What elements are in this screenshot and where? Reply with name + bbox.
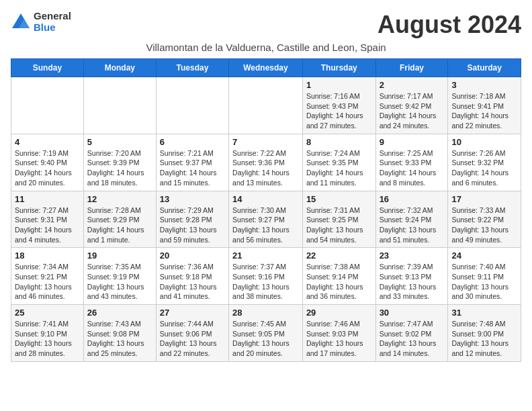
column-header-sunday: Sunday xyxy=(11,59,84,77)
calendar-cell xyxy=(156,77,228,134)
column-header-wednesday: Wednesday xyxy=(229,59,303,77)
day-number: 17 xyxy=(451,194,517,204)
day-number: 18 xyxy=(15,250,80,261)
calendar-cell: 9Sunrise: 7:25 AMSunset: 9:33 PMDaylight… xyxy=(375,134,448,191)
calendar-cell: 1Sunrise: 7:16 AMSunset: 9:43 PMDaylight… xyxy=(302,77,375,134)
day-number: 19 xyxy=(87,250,152,261)
calendar-cell: 25Sunrise: 7:41 AMSunset: 9:10 PMDayligh… xyxy=(11,305,84,362)
day-detail: Sunrise: 7:18 AMSunset: 9:41 PMDaylight:… xyxy=(451,91,517,131)
day-number: 13 xyxy=(160,194,225,204)
calendar-cell: 27Sunrise: 7:44 AMSunset: 9:06 PMDayligh… xyxy=(156,305,228,362)
day-detail: Sunrise: 7:25 AMSunset: 9:33 PMDaylight:… xyxy=(380,148,445,188)
day-detail: Sunrise: 7:31 AMSunset: 9:25 PMDaylight:… xyxy=(306,205,372,245)
day-detail: Sunrise: 7:28 AMSunset: 9:29 PMDaylight:… xyxy=(87,205,152,245)
calendar-cell: 23Sunrise: 7:39 AMSunset: 9:13 PMDayligh… xyxy=(375,248,448,305)
calendar-cell: 3Sunrise: 7:18 AMSunset: 9:41 PMDaylight… xyxy=(448,77,521,134)
calendar-cell: 7Sunrise: 7:22 AMSunset: 9:36 PMDaylight… xyxy=(229,134,303,191)
column-header-friday: Friday xyxy=(375,59,448,77)
calendar-cell: 10Sunrise: 7:26 AMSunset: 9:32 PMDayligh… xyxy=(448,134,521,191)
day-number: 5 xyxy=(87,137,152,147)
logo-text: General Blue xyxy=(34,11,71,33)
calendar-cell: 8Sunrise: 7:24 AMSunset: 9:35 PMDaylight… xyxy=(302,134,375,191)
month-title: August 2024 xyxy=(378,11,521,39)
day-detail: Sunrise: 7:26 AMSunset: 9:32 PMDaylight:… xyxy=(451,148,517,188)
calendar-header-row: SundayMondayTuesdayWednesdayThursdayFrid… xyxy=(11,59,521,77)
day-number: 6 xyxy=(160,137,225,147)
day-number: 24 xyxy=(451,250,517,261)
day-number: 22 xyxy=(306,250,372,261)
day-number: 11 xyxy=(15,194,80,204)
day-detail: Sunrise: 7:22 AMSunset: 9:36 PMDaylight:… xyxy=(232,148,299,188)
calendar-cell: 21Sunrise: 7:37 AMSunset: 9:16 PMDayligh… xyxy=(229,248,303,305)
day-number: 8 xyxy=(306,137,372,147)
day-number: 25 xyxy=(15,308,80,318)
day-number: 9 xyxy=(380,137,445,147)
page-header: General Blue August 2024 xyxy=(11,11,521,39)
day-number: 31 xyxy=(451,308,517,318)
calendar-cell: 20Sunrise: 7:36 AMSunset: 9:18 PMDayligh… xyxy=(156,248,228,305)
day-detail: Sunrise: 7:19 AMSunset: 9:40 PMDaylight:… xyxy=(15,148,80,188)
calendar-table: SundayMondayTuesdayWednesdayThursdayFrid… xyxy=(11,58,521,362)
day-detail: Sunrise: 7:17 AMSunset: 9:42 PMDaylight:… xyxy=(380,91,445,131)
calendar-cell: 12Sunrise: 7:28 AMSunset: 9:29 PMDayligh… xyxy=(83,191,156,248)
day-number: 30 xyxy=(380,308,445,318)
day-number: 16 xyxy=(380,194,445,204)
column-header-tuesday: Tuesday xyxy=(156,59,228,77)
day-detail: Sunrise: 7:32 AMSunset: 9:24 PMDaylight:… xyxy=(380,205,445,245)
day-detail: Sunrise: 7:29 AMSunset: 9:28 PMDaylight:… xyxy=(160,205,225,245)
day-number: 1 xyxy=(306,80,372,90)
calendar-cell: 15Sunrise: 7:31 AMSunset: 9:25 PMDayligh… xyxy=(302,191,375,248)
calendar-week-4: 18Sunrise: 7:34 AMSunset: 9:21 PMDayligh… xyxy=(11,248,521,305)
logo-blue: Blue xyxy=(34,22,71,34)
calendar-cell xyxy=(229,77,303,134)
calendar-week-5: 25Sunrise: 7:41 AMSunset: 9:10 PMDayligh… xyxy=(11,305,521,362)
calendar-cell: 28Sunrise: 7:45 AMSunset: 9:05 PMDayligh… xyxy=(229,305,303,362)
calendar-cell: 4Sunrise: 7:19 AMSunset: 9:40 PMDaylight… xyxy=(11,134,84,191)
calendar-cell: 6Sunrise: 7:21 AMSunset: 9:37 PMDaylight… xyxy=(156,134,228,191)
calendar-cell: 18Sunrise: 7:34 AMSunset: 9:21 PMDayligh… xyxy=(11,248,84,305)
calendar-cell: 2Sunrise: 7:17 AMSunset: 9:42 PMDaylight… xyxy=(375,77,448,134)
day-detail: Sunrise: 7:44 AMSunset: 9:06 PMDaylight:… xyxy=(160,319,225,359)
page-subtitle: Villamontan de la Valduerna, Castille an… xyxy=(11,42,521,53)
day-number: 12 xyxy=(87,194,152,204)
day-number: 3 xyxy=(451,80,517,90)
day-detail: Sunrise: 7:43 AMSunset: 9:08 PMDaylight:… xyxy=(87,319,152,359)
day-number: 10 xyxy=(451,137,517,147)
calendar-cell: 11Sunrise: 7:27 AMSunset: 9:31 PMDayligh… xyxy=(11,191,84,248)
day-number: 14 xyxy=(232,194,299,204)
column-header-saturday: Saturday xyxy=(448,59,521,77)
calendar-cell: 19Sunrise: 7:35 AMSunset: 9:19 PMDayligh… xyxy=(83,248,156,305)
day-number: 20 xyxy=(160,250,225,261)
logo: General Blue xyxy=(11,11,71,33)
logo-icon xyxy=(11,12,31,32)
day-detail: Sunrise: 7:46 AMSunset: 9:03 PMDaylight:… xyxy=(306,319,372,359)
day-detail: Sunrise: 7:34 AMSunset: 9:21 PMDaylight:… xyxy=(15,262,80,302)
calendar-cell: 13Sunrise: 7:29 AMSunset: 9:28 PMDayligh… xyxy=(156,191,228,248)
day-detail: Sunrise: 7:45 AMSunset: 9:05 PMDaylight:… xyxy=(232,319,299,359)
day-detail: Sunrise: 7:47 AMSunset: 9:02 PMDaylight:… xyxy=(380,319,445,359)
day-detail: Sunrise: 7:39 AMSunset: 9:13 PMDaylight:… xyxy=(380,262,445,302)
day-detail: Sunrise: 7:35 AMSunset: 9:19 PMDaylight:… xyxy=(87,262,152,302)
day-detail: Sunrise: 7:40 AMSunset: 9:11 PMDaylight:… xyxy=(451,262,517,302)
day-detail: Sunrise: 7:48 AMSunset: 9:00 PMDaylight:… xyxy=(451,319,517,359)
day-number: 26 xyxy=(87,308,152,318)
calendar-cell xyxy=(11,77,84,134)
calendar-cell: 22Sunrise: 7:38 AMSunset: 9:14 PMDayligh… xyxy=(302,248,375,305)
calendar-cell: 17Sunrise: 7:33 AMSunset: 9:22 PMDayligh… xyxy=(448,191,521,248)
calendar-cell: 31Sunrise: 7:48 AMSunset: 9:00 PMDayligh… xyxy=(448,305,521,362)
day-detail: Sunrise: 7:16 AMSunset: 9:43 PMDaylight:… xyxy=(306,91,372,131)
day-detail: Sunrise: 7:37 AMSunset: 9:16 PMDaylight:… xyxy=(232,262,299,302)
column-header-monday: Monday xyxy=(83,59,156,77)
day-detail: Sunrise: 7:36 AMSunset: 9:18 PMDaylight:… xyxy=(160,262,225,302)
logo-general: General xyxy=(34,11,71,22)
day-detail: Sunrise: 7:33 AMSunset: 9:22 PMDaylight:… xyxy=(451,205,517,245)
calendar-cell: 14Sunrise: 7:30 AMSunset: 9:27 PMDayligh… xyxy=(229,191,303,248)
column-header-thursday: Thursday xyxy=(302,59,375,77)
day-detail: Sunrise: 7:41 AMSunset: 9:10 PMDaylight:… xyxy=(15,319,80,359)
day-number: 28 xyxy=(232,308,299,318)
day-detail: Sunrise: 7:27 AMSunset: 9:31 PMDaylight:… xyxy=(15,205,80,245)
calendar-cell: 29Sunrise: 7:46 AMSunset: 9:03 PMDayligh… xyxy=(302,305,375,362)
day-number: 2 xyxy=(380,80,445,90)
day-number: 27 xyxy=(160,308,225,318)
day-number: 29 xyxy=(306,308,372,318)
